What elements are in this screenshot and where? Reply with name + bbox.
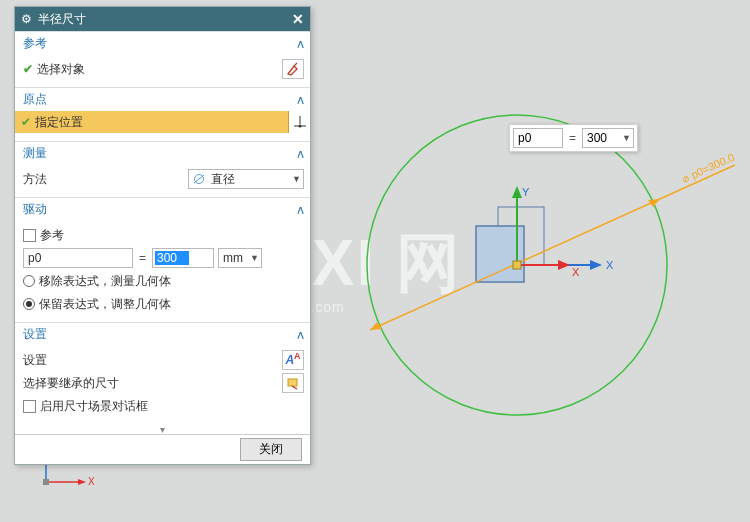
param-value-input[interactable]: 300 bbox=[152, 248, 214, 268]
svg-marker-4 bbox=[590, 260, 602, 270]
chevron-up-icon: ʌ bbox=[297, 328, 304, 342]
equals-sign: = bbox=[569, 131, 576, 145]
unit-select[interactable]: mm ▼ bbox=[218, 248, 262, 268]
svg-rect-16 bbox=[43, 479, 49, 485]
svg-marker-11 bbox=[78, 479, 86, 485]
remove-expression-radio[interactable] bbox=[23, 275, 35, 287]
svg-text:X: X bbox=[572, 266, 580, 278]
section-drive-title: 驱动 bbox=[23, 201, 47, 218]
param-value: 300 bbox=[155, 251, 189, 265]
dialog-title: 半径尺寸 bbox=[38, 11, 292, 28]
param-name-value: p0 bbox=[28, 251, 41, 265]
scene-dialog-checkbox[interactable] bbox=[23, 400, 36, 413]
caret-down-icon: ▼ bbox=[289, 174, 301, 184]
dimension-hud[interactable]: p0 = 300 ▼ bbox=[509, 124, 638, 152]
check-icon: ✔ bbox=[21, 115, 31, 129]
section-settings-header[interactable]: 设置 ʌ bbox=[15, 322, 310, 346]
specify-location-label: 指定位置 bbox=[35, 114, 83, 131]
param-name-input[interactable]: p0 bbox=[23, 248, 133, 268]
hud-value-select[interactable]: 300 ▼ bbox=[582, 128, 634, 148]
center-square bbox=[476, 226, 524, 282]
section-settings-title: 设置 bbox=[23, 326, 47, 343]
method-label: 方法 bbox=[23, 171, 47, 188]
method-value: 直径 bbox=[211, 171, 235, 188]
resize-grip[interactable]: ▾ bbox=[15, 424, 310, 434]
settings-label: 设置 bbox=[23, 352, 47, 369]
reference-checkbox-label: 参考 bbox=[40, 227, 64, 244]
svg-rect-9 bbox=[513, 261, 521, 269]
equals-sign: = bbox=[139, 251, 146, 265]
dimension-label: ⌀ p0=300.0 bbox=[680, 151, 736, 185]
unit-value: mm bbox=[223, 251, 243, 265]
diameter-line bbox=[370, 165, 735, 330]
svg-marker-1 bbox=[512, 186, 522, 198]
svg-text:Y: Y bbox=[522, 186, 530, 198]
radius-dimension-dialog: ⚙ 半径尺寸 ✕ 参考 ʌ ✔ 选择对象 原点 ʌ ✔ 指定位置 bbox=[14, 6, 311, 465]
scene-dialog-label: 启用尺寸场景对话框 bbox=[40, 398, 148, 415]
hud-param-value: p0 bbox=[518, 131, 531, 145]
reference-checkbox[interactable] bbox=[23, 229, 36, 242]
chevron-up-icon: ʌ bbox=[297, 147, 304, 161]
section-measure-title: 测量 bbox=[23, 145, 47, 162]
chevron-up-icon: ʌ bbox=[297, 203, 304, 217]
point-icon[interactable] bbox=[288, 111, 310, 133]
dim-arrow-left bbox=[370, 322, 382, 330]
pick-object-button[interactable] bbox=[282, 59, 304, 79]
inherit-dimension-button[interactable] bbox=[282, 373, 304, 393]
section-origin-header[interactable]: 原点 ʌ bbox=[15, 87, 310, 111]
selection-marquee bbox=[498, 207, 544, 265]
section-reference-header[interactable]: 参考 ʌ bbox=[15, 31, 310, 55]
keep-expression-label: 保留表达式，调整几何体 bbox=[39, 296, 171, 313]
close-button[interactable]: 关闭 bbox=[240, 438, 302, 461]
svg-marker-7 bbox=[558, 260, 570, 270]
gear-icon: ⚙ bbox=[21, 12, 32, 26]
close-icon[interactable]: ✕ bbox=[292, 11, 304, 27]
chevron-up-icon: ʌ bbox=[297, 93, 304, 107]
triad: Y X X bbox=[512, 186, 614, 278]
caret-down-icon: ▼ bbox=[619, 133, 631, 143]
svg-text:X: X bbox=[88, 476, 94, 487]
keep-expression-radio[interactable] bbox=[23, 298, 35, 310]
svg-point-19 bbox=[298, 125, 301, 128]
svg-rect-22 bbox=[288, 379, 297, 386]
text-style-button[interactable]: A A bbox=[282, 350, 304, 370]
section-reference-title: 参考 bbox=[23, 35, 47, 52]
method-select[interactable]: 直径 ▼ bbox=[188, 169, 304, 189]
select-object-label: 选择对象 bbox=[37, 61, 85, 78]
section-drive-header[interactable]: 驱动 ʌ bbox=[15, 197, 310, 221]
dialog-titlebar[interactable]: ⚙ 半径尺寸 ✕ bbox=[15, 7, 310, 31]
close-button-label: 关闭 bbox=[259, 442, 283, 456]
diameter-icon bbox=[193, 173, 207, 185]
hud-value: 300 bbox=[587, 131, 607, 145]
model-circle bbox=[367, 115, 667, 415]
inherit-label: 选择要继承的尺寸 bbox=[23, 375, 119, 392]
svg-text:X: X bbox=[606, 259, 614, 271]
dim-arrow-right bbox=[648, 199, 660, 207]
caret-down-icon: ▼ bbox=[247, 253, 259, 263]
hud-param-input[interactable]: p0 bbox=[513, 128, 563, 148]
section-origin-title: 原点 bbox=[23, 91, 47, 108]
remove-expression-label: 移除表达式，测量几何体 bbox=[39, 273, 171, 290]
chevron-up-icon: ʌ bbox=[297, 37, 304, 51]
check-icon: ✔ bbox=[23, 62, 33, 76]
section-measure-header[interactable]: 测量 ʌ bbox=[15, 141, 310, 165]
specify-location-row[interactable]: ✔ 指定位置 bbox=[15, 111, 310, 133]
